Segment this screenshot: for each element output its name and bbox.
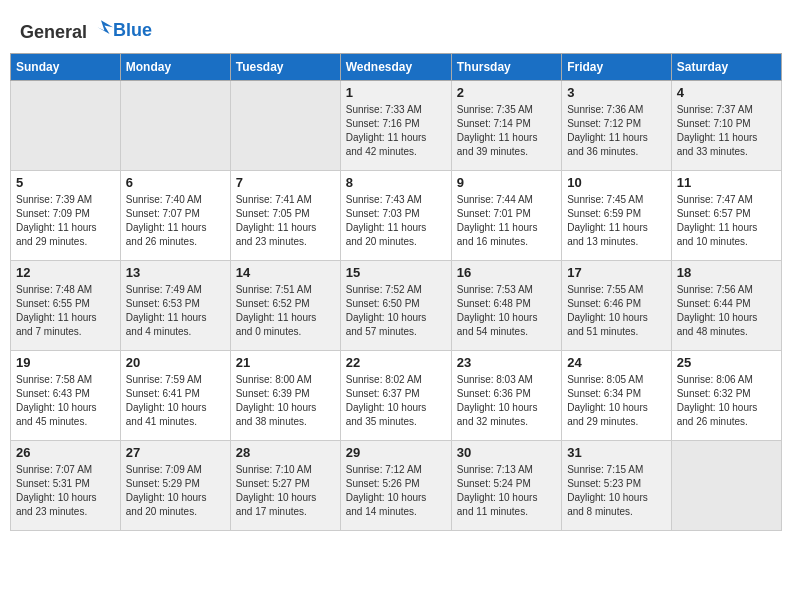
day-number: 30 — [457, 445, 556, 460]
calendar-cell: 11Sunrise: 7:47 AM Sunset: 6:57 PM Dayli… — [671, 171, 781, 261]
calendar-cell: 29Sunrise: 7:12 AM Sunset: 5:26 PM Dayli… — [340, 441, 451, 531]
day-detail: Sunrise: 7:45 AM Sunset: 6:59 PM Dayligh… — [567, 193, 666, 249]
calendar-cell: 26Sunrise: 7:07 AM Sunset: 5:31 PM Dayli… — [11, 441, 121, 531]
calendar-cell — [230, 81, 340, 171]
calendar-cell: 1Sunrise: 7:33 AM Sunset: 7:16 PM Daylig… — [340, 81, 451, 171]
day-detail: Sunrise: 7:36 AM Sunset: 7:12 PM Dayligh… — [567, 103, 666, 159]
weekday-header-sunday: Sunday — [11, 54, 121, 81]
calendar-cell: 16Sunrise: 7:53 AM Sunset: 6:48 PM Dayli… — [451, 261, 561, 351]
day-number: 27 — [126, 445, 225, 460]
day-detail: Sunrise: 7:48 AM Sunset: 6:55 PM Dayligh… — [16, 283, 115, 339]
day-number: 5 — [16, 175, 115, 190]
calendar-cell: 19Sunrise: 7:58 AM Sunset: 6:43 PM Dayli… — [11, 351, 121, 441]
day-number: 16 — [457, 265, 556, 280]
day-number: 7 — [236, 175, 335, 190]
calendar-cell: 21Sunrise: 8:00 AM Sunset: 6:39 PM Dayli… — [230, 351, 340, 441]
day-number: 9 — [457, 175, 556, 190]
day-detail: Sunrise: 7:43 AM Sunset: 7:03 PM Dayligh… — [346, 193, 446, 249]
calendar-week-row: 1Sunrise: 7:33 AM Sunset: 7:16 PM Daylig… — [11, 81, 782, 171]
day-number: 25 — [677, 355, 776, 370]
calendar-cell: 3Sunrise: 7:36 AM Sunset: 7:12 PM Daylig… — [562, 81, 672, 171]
calendar-cell: 12Sunrise: 7:48 AM Sunset: 6:55 PM Dayli… — [11, 261, 121, 351]
calendar-cell: 10Sunrise: 7:45 AM Sunset: 6:59 PM Dayli… — [562, 171, 672, 261]
calendar-cell: 28Sunrise: 7:10 AM Sunset: 5:27 PM Dayli… — [230, 441, 340, 531]
day-detail: Sunrise: 7:09 AM Sunset: 5:29 PM Dayligh… — [126, 463, 225, 519]
day-number: 22 — [346, 355, 446, 370]
calendar-week-row: 5Sunrise: 7:39 AM Sunset: 7:09 PM Daylig… — [11, 171, 782, 261]
logo-blue-text: Blue — [113, 20, 152, 41]
day-number: 12 — [16, 265, 115, 280]
calendar-cell: 14Sunrise: 7:51 AM Sunset: 6:52 PM Dayli… — [230, 261, 340, 351]
calendar-cell: 9Sunrise: 7:44 AM Sunset: 7:01 PM Daylig… — [451, 171, 561, 261]
calendar-cell: 30Sunrise: 7:13 AM Sunset: 5:24 PM Dayli… — [451, 441, 561, 531]
day-detail: Sunrise: 7:07 AM Sunset: 5:31 PM Dayligh… — [16, 463, 115, 519]
calendar-cell: 20Sunrise: 7:59 AM Sunset: 6:41 PM Dayli… — [120, 351, 230, 441]
day-detail: Sunrise: 7:53 AM Sunset: 6:48 PM Dayligh… — [457, 283, 556, 339]
day-detail: Sunrise: 8:02 AM Sunset: 6:37 PM Dayligh… — [346, 373, 446, 429]
day-detail: Sunrise: 7:37 AM Sunset: 7:10 PM Dayligh… — [677, 103, 776, 159]
day-number: 15 — [346, 265, 446, 280]
day-detail: Sunrise: 7:47 AM Sunset: 6:57 PM Dayligh… — [677, 193, 776, 249]
day-detail: Sunrise: 7:12 AM Sunset: 5:26 PM Dayligh… — [346, 463, 446, 519]
day-detail: Sunrise: 7:44 AM Sunset: 7:01 PM Dayligh… — [457, 193, 556, 249]
calendar-header-row: SundayMondayTuesdayWednesdayThursdayFrid… — [11, 54, 782, 81]
day-detail: Sunrise: 7:56 AM Sunset: 6:44 PM Dayligh… — [677, 283, 776, 339]
day-detail: Sunrise: 8:06 AM Sunset: 6:32 PM Dayligh… — [677, 373, 776, 429]
calendar-cell: 15Sunrise: 7:52 AM Sunset: 6:50 PM Dayli… — [340, 261, 451, 351]
calendar-cell: 31Sunrise: 7:15 AM Sunset: 5:23 PM Dayli… — [562, 441, 672, 531]
calendar-cell: 6Sunrise: 7:40 AM Sunset: 7:07 PM Daylig… — [120, 171, 230, 261]
day-number: 20 — [126, 355, 225, 370]
calendar-cell: 22Sunrise: 8:02 AM Sunset: 6:37 PM Dayli… — [340, 351, 451, 441]
day-number: 31 — [567, 445, 666, 460]
day-number: 18 — [677, 265, 776, 280]
weekday-header-thursday: Thursday — [451, 54, 561, 81]
calendar-cell — [120, 81, 230, 171]
day-detail: Sunrise: 7:58 AM Sunset: 6:43 PM Dayligh… — [16, 373, 115, 429]
day-detail: Sunrise: 8:03 AM Sunset: 6:36 PM Dayligh… — [457, 373, 556, 429]
day-detail: Sunrise: 7:35 AM Sunset: 7:14 PM Dayligh… — [457, 103, 556, 159]
calendar-week-row: 12Sunrise: 7:48 AM Sunset: 6:55 PM Dayli… — [11, 261, 782, 351]
calendar-cell: 4Sunrise: 7:37 AM Sunset: 7:10 PM Daylig… — [671, 81, 781, 171]
day-number: 17 — [567, 265, 666, 280]
day-detail: Sunrise: 7:33 AM Sunset: 7:16 PM Dayligh… — [346, 103, 446, 159]
day-number: 14 — [236, 265, 335, 280]
day-number: 29 — [346, 445, 446, 460]
weekday-header-tuesday: Tuesday — [230, 54, 340, 81]
calendar-cell: 13Sunrise: 7:49 AM Sunset: 6:53 PM Dayli… — [120, 261, 230, 351]
logo: General Blue — [20, 18, 152, 43]
day-number: 2 — [457, 85, 556, 100]
logo-general-text: General — [20, 18, 113, 43]
day-number: 23 — [457, 355, 556, 370]
calendar-cell: 17Sunrise: 7:55 AM Sunset: 6:46 PM Dayli… — [562, 261, 672, 351]
day-detail: Sunrise: 7:51 AM Sunset: 6:52 PM Dayligh… — [236, 283, 335, 339]
day-number: 11 — [677, 175, 776, 190]
day-number: 8 — [346, 175, 446, 190]
svg-marker-0 — [98, 20, 113, 34]
logo-bird-icon — [89, 18, 113, 38]
calendar-week-row: 19Sunrise: 7:58 AM Sunset: 6:43 PM Dayli… — [11, 351, 782, 441]
day-number: 6 — [126, 175, 225, 190]
day-number: 26 — [16, 445, 115, 460]
weekday-header-friday: Friday — [562, 54, 672, 81]
calendar-table: SundayMondayTuesdayWednesdayThursdayFrid… — [10, 53, 782, 531]
calendar-cell: 18Sunrise: 7:56 AM Sunset: 6:44 PM Dayli… — [671, 261, 781, 351]
day-number: 21 — [236, 355, 335, 370]
day-number: 10 — [567, 175, 666, 190]
day-number: 1 — [346, 85, 446, 100]
calendar-cell: 8Sunrise: 7:43 AM Sunset: 7:03 PM Daylig… — [340, 171, 451, 261]
day-number: 28 — [236, 445, 335, 460]
calendar-cell: 5Sunrise: 7:39 AM Sunset: 7:09 PM Daylig… — [11, 171, 121, 261]
day-detail: Sunrise: 8:00 AM Sunset: 6:39 PM Dayligh… — [236, 373, 335, 429]
calendar-cell: 23Sunrise: 8:03 AM Sunset: 6:36 PM Dayli… — [451, 351, 561, 441]
day-number: 19 — [16, 355, 115, 370]
day-detail: Sunrise: 7:49 AM Sunset: 6:53 PM Dayligh… — [126, 283, 225, 339]
weekday-header-wednesday: Wednesday — [340, 54, 451, 81]
day-detail: Sunrise: 7:13 AM Sunset: 5:24 PM Dayligh… — [457, 463, 556, 519]
day-detail: Sunrise: 7:10 AM Sunset: 5:27 PM Dayligh… — [236, 463, 335, 519]
calendar-cell: 2Sunrise: 7:35 AM Sunset: 7:14 PM Daylig… — [451, 81, 561, 171]
calendar-cell: 7Sunrise: 7:41 AM Sunset: 7:05 PM Daylig… — [230, 171, 340, 261]
header: General Blue — [10, 10, 782, 43]
calendar-cell: 27Sunrise: 7:09 AM Sunset: 5:29 PM Dayli… — [120, 441, 230, 531]
calendar-cell — [671, 441, 781, 531]
day-detail: Sunrise: 8:05 AM Sunset: 6:34 PM Dayligh… — [567, 373, 666, 429]
